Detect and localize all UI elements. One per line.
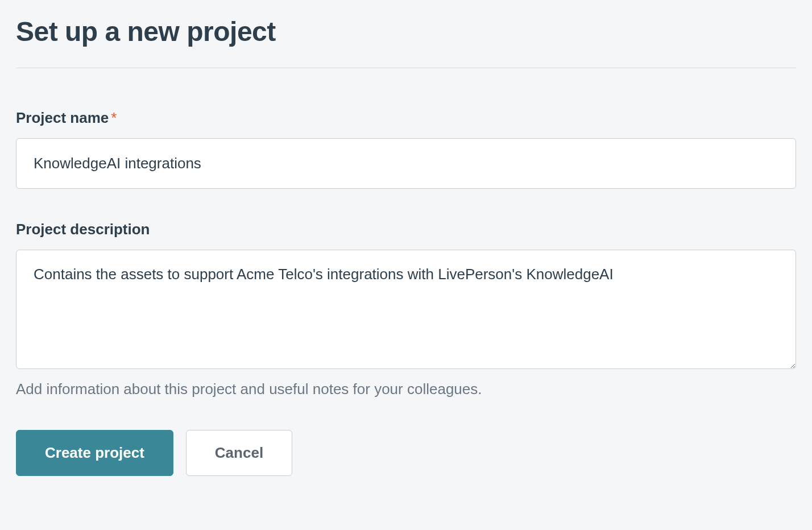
project-description-input[interactable] [16, 250, 796, 369]
project-name-group: Project name* [16, 109, 796, 189]
button-row: Create project Cancel [16, 430, 796, 476]
page-title: Set up a new project [16, 16, 796, 47]
divider [16, 68, 796, 68]
required-asterisk-icon: * [111, 109, 117, 126]
project-name-label: Project name* [16, 109, 796, 127]
cancel-button[interactable]: Cancel [186, 430, 292, 476]
create-project-button[interactable]: Create project [16, 430, 173, 476]
project-name-input[interactable] [16, 138, 796, 189]
project-description-helper: Add information about this project and u… [16, 380, 796, 398]
project-description-group: Project description Add information abou… [16, 221, 796, 398]
project-description-label: Project description [16, 221, 796, 238]
project-name-label-text: Project name [16, 109, 109, 126]
